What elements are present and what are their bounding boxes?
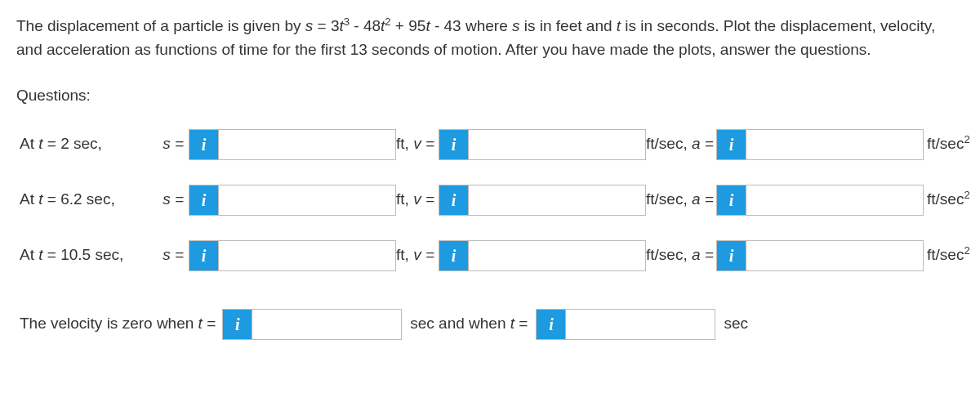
zero-t1-input-wrap: i: [222, 309, 402, 340]
eq-part: = 3: [313, 17, 339, 34]
s-input-wrap: i: [189, 240, 396, 271]
a-equals-label: ft/sec, a =: [646, 243, 716, 267]
v-input-wrap: i: [439, 129, 646, 160]
info-icon[interactable]: i: [223, 310, 252, 339]
questions-heading: Questions:: [16, 84, 964, 108]
eq-part: is in feet and: [520, 17, 617, 34]
time-label: At t = 6.2 sec,: [16, 188, 158, 212]
info-icon[interactable]: i: [537, 310, 566, 339]
s-equals-label: s =: [158, 132, 189, 156]
eq-part: - 48: [350, 17, 381, 34]
a-input[interactable]: [746, 185, 923, 215]
time-pre: At: [20, 135, 38, 152]
eq-part: + 95: [391, 17, 426, 34]
zero-t2-input[interactable]: [566, 310, 715, 339]
info-icon[interactable]: i: [439, 130, 469, 159]
time-label: At t = 2 sec,: [16, 132, 158, 156]
info-icon[interactable]: i: [717, 241, 746, 270]
velocity-zero-row: The velocity is zero when t = i sec and …: [16, 309, 964, 340]
v-input-wrap: i: [439, 240, 646, 271]
s-input-wrap: i: [189, 185, 396, 216]
var-s: s: [512, 17, 520, 34]
a-input-wrap: i: [716, 240, 924, 271]
zero-t2-input-wrap: i: [536, 309, 715, 340]
a-input[interactable]: [746, 130, 923, 159]
v-equals-label: ft, v =: [396, 188, 439, 212]
s-equals-label: s =: [158, 243, 189, 267]
unit-ftsec2: ft/sec2: [924, 243, 978, 267]
v-input-wrap: i: [439, 185, 646, 216]
question-row-t10-5: At t = 10.5 sec, s = i ft, v = i ft/sec,…: [16, 240, 964, 271]
problem-statement: The displacement of a particle is given …: [16, 15, 964, 61]
s-input[interactable]: [219, 241, 395, 270]
a-equals-label: ft/sec, a =: [646, 188, 716, 212]
v-equals-label: ft, v =: [396, 243, 439, 267]
v-input[interactable]: [469, 185, 645, 215]
s-input[interactable]: [219, 130, 395, 159]
s-equals-label: s =: [158, 188, 189, 212]
time-post: = 6.2 sec,: [43, 190, 115, 208]
time-label: At t = 10.5 sec,: [16, 243, 158, 267]
zero-pre-text: The velocity is zero when t =: [20, 312, 216, 336]
time-pre: At: [20, 246, 38, 263]
unit-ftsec2: ft/sec2: [924, 188, 978, 212]
s-input[interactable]: [219, 185, 395, 215]
problem-text-pre: The displacement of a particle is given …: [16, 17, 305, 34]
unit-sec: sec: [724, 312, 748, 336]
v-equals-label: ft, v =: [396, 132, 439, 156]
time-post: = 10.5 sec,: [43, 246, 124, 263]
a-equals-label: ft/sec, a =: [646, 132, 716, 156]
info-icon[interactable]: i: [189, 185, 219, 215]
zero-t1-input[interactable]: [252, 310, 401, 339]
zero-mid-text: sec and when t =: [410, 312, 528, 336]
info-icon[interactable]: i: [717, 130, 746, 159]
a-input[interactable]: [746, 241, 923, 270]
time-pre: At: [20, 190, 38, 208]
eq-part: - 43 where: [430, 17, 512, 34]
question-row-t2: At t = 2 sec, s = i ft, v = i ft/sec, a …: [16, 129, 964, 160]
exp-3: 3: [344, 16, 350, 28]
v-input[interactable]: [469, 241, 645, 270]
s-input-wrap: i: [189, 129, 396, 160]
time-post: = 2 sec,: [43, 135, 102, 152]
exp-2: 2: [385, 16, 390, 28]
a-input-wrap: i: [716, 185, 924, 216]
question-row-t6-2: At t = 6.2 sec, s = i ft, v = i ft/sec, …: [16, 185, 964, 216]
info-icon[interactable]: i: [439, 185, 469, 215]
info-icon[interactable]: i: [189, 130, 219, 159]
question-rows: At t = 2 sec, s = i ft, v = i ft/sec, a …: [16, 129, 964, 271]
info-icon[interactable]: i: [439, 241, 469, 270]
info-icon[interactable]: i: [189, 241, 219, 270]
info-icon[interactable]: i: [717, 185, 746, 215]
a-input-wrap: i: [716, 129, 924, 160]
v-input[interactable]: [469, 130, 645, 159]
unit-ftsec2: ft/sec2: [924, 132, 978, 156]
var-s: s: [305, 17, 314, 34]
